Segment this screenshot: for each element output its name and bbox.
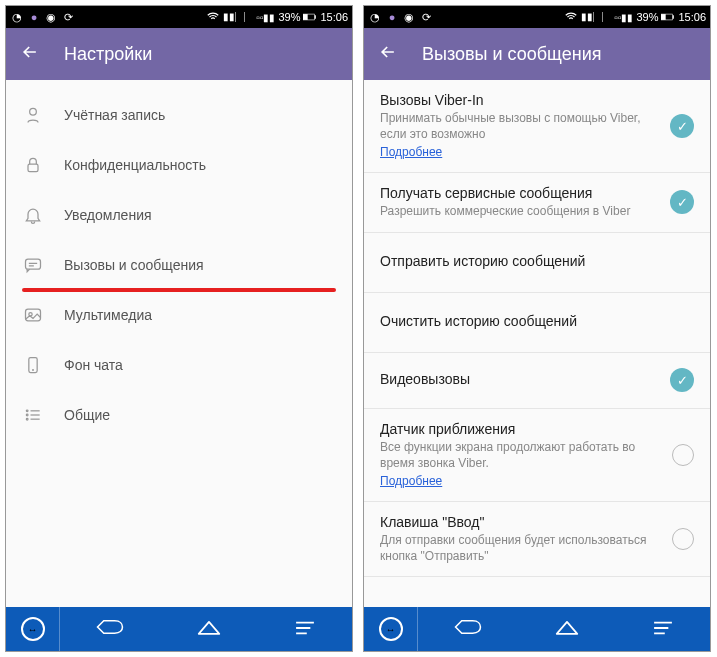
row-title: Очистить историю сообщений <box>380 313 684 329</box>
battery-percent: 39% <box>278 11 300 23</box>
nav-recents-icon[interactable] <box>294 618 316 641</box>
media-icon <box>22 304 44 326</box>
label: Конфиденциальность <box>64 157 206 173</box>
notif-icon: ◔ <box>368 10 382 24</box>
settings-item-privacy[interactable]: Конфиденциальность <box>6 140 352 190</box>
nav-back-icon[interactable] <box>454 618 482 641</box>
settings-item-account[interactable]: Учётная запись <box>6 90 352 140</box>
battery-icon <box>303 10 317 24</box>
signal-icon: ▮▮⎸⎸ <box>223 11 253 23</box>
svg-rect-2 <box>315 15 316 19</box>
label: Фон чата <box>64 357 123 373</box>
row-send-history[interactable]: Отправить историю сообщений <box>364 233 710 293</box>
nav-recents-icon[interactable] <box>652 618 674 641</box>
phone-icon <box>22 354 44 376</box>
settings-item-multimedia[interactable]: Мультимедиа <box>6 290 352 340</box>
row-video-calls[interactable]: Видеовызовы ✓ <box>364 353 710 409</box>
svg-rect-1 <box>303 14 308 20</box>
page-title: Настройки <box>64 44 152 65</box>
row-sub: Для отправки сообщения будет использоват… <box>380 532 662 564</box>
calls-messages-list: Вызовы Viber-In Принимать обычные вызовы… <box>364 80 710 607</box>
app-header: Вызовы и сообщения <box>364 28 710 80</box>
page-title: Вызовы и сообщения <box>422 44 601 65</box>
row-sub: Все функции экрана продолжают работать в… <box>380 439 662 471</box>
row-sub: Разрешить коммерческие сообщения в Viber <box>380 203 660 219</box>
row-clear-history[interactable]: Очистить историю сообщений <box>364 293 710 353</box>
checkbox-unchecked-icon[interactable] <box>672 444 694 466</box>
checkbox-checked-icon[interactable]: ✓ <box>670 114 694 138</box>
signal-icon-2: ▫▫▮▮ <box>256 12 275 23</box>
settings-item-notifications[interactable]: Уведомления <box>6 190 352 240</box>
nav-app-icon[interactable]: ↔ <box>6 607 60 651</box>
battery-percent: 39% <box>636 11 658 23</box>
svg-rect-14 <box>661 14 666 20</box>
clock: 15:06 <box>320 11 348 23</box>
row-enter-key[interactable]: Клавиша "Ввод" Для отправки сообщения бу… <box>364 502 710 577</box>
nav-app-icon[interactable]: ↔ <box>364 607 418 651</box>
list-icon <box>22 404 44 426</box>
svg-point-10 <box>26 410 28 412</box>
row-sub: Принимать обычные вызовы с помощью Viber… <box>380 110 660 142</box>
svg-rect-15 <box>673 15 674 19</box>
lock-icon <box>22 154 44 176</box>
more-link[interactable]: Подробнее <box>380 474 442 488</box>
nav-bar: ↔ <box>6 607 352 651</box>
svg-point-11 <box>26 414 28 416</box>
wifi-icon <box>564 10 578 24</box>
checkbox-checked-icon[interactable]: ✓ <box>670 190 694 214</box>
viber-icon: ● <box>385 10 399 24</box>
row-title: Отправить историю сообщений <box>380 253 684 269</box>
checkbox-unchecked-icon[interactable] <box>672 528 694 550</box>
signal-icon-2: ▫▫▮▮ <box>614 12 633 23</box>
nav-back-icon[interactable] <box>96 618 124 641</box>
row-title: Вызовы Viber-In <box>380 92 660 108</box>
sync-icon: ⟳ <box>61 10 75 24</box>
phone-right: ◔ ● ◉ ⟳ ▮▮⎸⎸ ▫▫▮▮ 39% 15:06 Вызовы и соо… <box>363 5 711 652</box>
row-service-msgs[interactable]: Получать сервисные сообщения Разрешить к… <box>364 173 710 232</box>
row-viber-in[interactable]: Вызовы Viber-In Принимать обычные вызовы… <box>364 80 710 173</box>
back-icon[interactable] <box>378 42 398 67</box>
eye-icon: ◉ <box>44 10 58 24</box>
nav-home-icon[interactable] <box>197 618 221 641</box>
more-link[interactable]: Подробнее <box>380 145 442 159</box>
svg-point-3 <box>30 108 37 115</box>
row-title: Получать сервисные сообщения <box>380 185 660 201</box>
notif-icon: ◔ <box>10 10 24 24</box>
battery-icon <box>661 10 675 24</box>
svg-rect-4 <box>28 164 38 172</box>
row-title: Датчик приближения <box>380 421 662 437</box>
back-icon[interactable] <box>20 42 40 67</box>
bell-icon <box>22 204 44 226</box>
label: Уведомления <box>64 207 152 223</box>
settings-item-calls-messages[interactable]: Вызовы и сообщения <box>6 240 352 290</box>
svg-point-9 <box>33 370 34 371</box>
svg-point-12 <box>26 418 28 420</box>
nav-home-icon[interactable] <box>555 618 579 641</box>
row-title: Клавиша "Ввод" <box>380 514 662 530</box>
row-title: Видеовызовы <box>380 371 660 387</box>
checkbox-checked-icon[interactable]: ✓ <box>670 368 694 392</box>
app-header: Настройки <box>6 28 352 80</box>
clock: 15:06 <box>678 11 706 23</box>
viber-icon: ● <box>27 10 41 24</box>
status-bar: ◔ ● ◉ ⟳ ▮▮⎸⎸ ▫▫▮▮ 39% 15:06 <box>6 6 352 28</box>
user-icon <box>22 104 44 126</box>
svg-rect-5 <box>26 259 41 269</box>
label: Общие <box>64 407 110 423</box>
eye-icon: ◉ <box>402 10 416 24</box>
sync-icon: ⟳ <box>419 10 433 24</box>
settings-list: Учётная запись Конфиденциальность Уведом… <box>6 80 352 607</box>
label: Учётная запись <box>64 107 165 123</box>
status-bar: ◔ ● ◉ ⟳ ▮▮⎸⎸ ▫▫▮▮ 39% 15:06 <box>364 6 710 28</box>
wifi-icon <box>206 10 220 24</box>
label: Мультимедиа <box>64 307 152 323</box>
nav-bar: ↔ <box>364 607 710 651</box>
settings-item-chat-bg[interactable]: Фон чата <box>6 340 352 390</box>
signal-icon: ▮▮⎸⎸ <box>581 11 611 23</box>
chat-icon <box>22 254 44 276</box>
phone-left: ◔ ● ◉ ⟳ ▮▮⎸⎸ ▫▫▮▮ 39% 15:06 Настройки <box>5 5 353 652</box>
settings-item-general[interactable]: Общие <box>6 390 352 440</box>
label: Вызовы и сообщения <box>64 257 204 273</box>
row-proximity[interactable]: Датчик приближения Все функции экрана пр… <box>364 409 710 502</box>
